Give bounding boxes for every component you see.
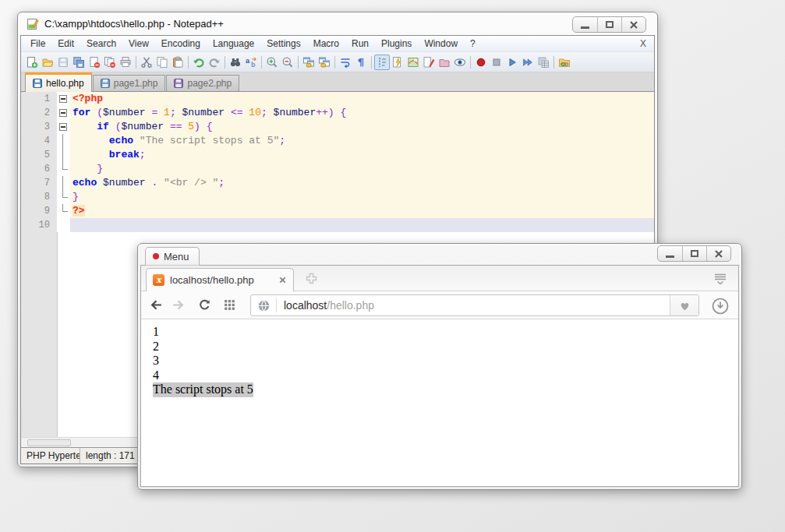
status-doc-type: PHP Hyperte — [21, 448, 80, 463]
open-file-icon[interactable] — [40, 55, 55, 70]
svg-text:a: a — [246, 57, 250, 65]
code-line[interactable]: 4 echo "The script stops at 5"; — [21, 134, 654, 148]
fold-marker-open[interactable] — [57, 106, 70, 120]
url-divider — [276, 298, 277, 312]
menu-item-view[interactable]: View — [122, 37, 155, 51]
function-list-icon[interactable] — [421, 55, 437, 70]
code-line[interactable]: 8} — [21, 190, 654, 204]
menu-item-encoding[interactable]: Encoding — [155, 37, 207, 51]
line-number: 7 — [21, 176, 57, 190]
url-path: /hello.php — [327, 299, 374, 312]
explorer-launch-icon[interactable] — [557, 55, 572, 70]
zoom-out-icon[interactable] — [280, 55, 295, 70]
opera-menu-button[interactable]: Menu — [145, 247, 200, 266]
show-all-characters-icon[interactable]: ¶ — [353, 55, 369, 70]
line-number: 5 — [21, 148, 57, 162]
macro-playback-icon[interactable] — [504, 55, 520, 70]
page-content[interactable]: 1234 The script stops at 5 — [141, 319, 738, 486]
speed-dial-icon[interactable] — [221, 297, 238, 314]
code-text: <?php — [70, 92, 654, 106]
new-file-icon[interactable] — [24, 55, 40, 70]
sync-vertical-scrolling-icon[interactable] — [301, 55, 316, 70]
reload-icon[interactable] — [196, 297, 213, 314]
notepad-app-icon — [27, 18, 39, 30]
tab-menu-icon[interactable] — [713, 273, 727, 285]
scrollbar-thumb[interactable] — [27, 439, 71, 446]
code-line[interactable]: 6 } — [21, 162, 654, 176]
bookmark-heart-button[interactable] — [670, 295, 698, 315]
tab-page2-php[interactable]: page2.php — [166, 75, 239, 91]
opera-window: Menu x localhost/hello.php — [137, 243, 742, 490]
undo-icon[interactable] — [191, 55, 207, 70]
menu-item-search[interactable]: Search — [80, 37, 122, 51]
output-line: 1 — [153, 325, 738, 340]
forward-icon[interactable] — [169, 297, 186, 314]
menu-item-file[interactable]: File — [24, 37, 51, 51]
minimize-button[interactable] — [573, 17, 597, 32]
macro-save-icon[interactable] — [536, 55, 551, 70]
browser-tab-localhost[interactable]: x localhost/hello.php — [146, 268, 294, 291]
menu-item-run[interactable]: Run — [345, 37, 375, 51]
document-map-icon[interactable] — [405, 55, 421, 70]
monitoring-eye-icon[interactable] — [452, 55, 468, 70]
paste-icon[interactable] — [170, 55, 186, 70]
close-button[interactable] — [621, 17, 645, 32]
save-all-icon[interactable] — [71, 55, 87, 70]
new-tab-icon[interactable] — [305, 272, 318, 285]
fold-marker-open[interactable] — [57, 92, 70, 106]
menu-item-macro[interactable]: Macro — [307, 37, 345, 51]
close-all-files-icon[interactable] — [102, 55, 118, 70]
tab-hello-php[interactable]: hello.php — [25, 72, 92, 92]
zoom-in-icon[interactable] — [264, 55, 280, 70]
maximize-button[interactable] — [597, 17, 621, 32]
notepad-titlebar[interactable]: C:\xampp\htdocs\hello.php - Notepad++ — [20, 12, 655, 35]
cut-icon[interactable] — [139, 55, 154, 70]
code-line[interactable]: 9?> — [21, 204, 654, 218]
replace-icon[interactable]: ab — [243, 55, 259, 70]
menubar-close-document-button[interactable]: X — [640, 38, 651, 49]
menu-item-plugins[interactable]: Plugins — [375, 37, 418, 51]
word-wrap-icon[interactable] — [338, 55, 353, 70]
fold-marker-line — [57, 134, 70, 148]
menu-item-window[interactable]: Window — [418, 37, 464, 51]
tab-page1-php[interactable]: page1.php — [93, 75, 166, 91]
code-line[interactable]: 5 break; — [21, 148, 654, 162]
back-icon[interactable] — [147, 297, 164, 314]
tab-close-icon[interactable] — [278, 276, 287, 284]
download-button[interactable] — [711, 297, 730, 315]
show-indent-guide-icon[interactable] — [374, 55, 390, 70]
code-line[interactable]: 3 if ($number == 5) { — [21, 120, 654, 134]
user-defined-language-icon[interactable] — [390, 55, 405, 70]
fold-marker-end — [57, 162, 70, 176]
fold-marker-open[interactable] — [57, 120, 70, 134]
code-line[interactable]: 10 — [21, 218, 654, 232]
toolbar-separator — [553, 56, 554, 69]
copy-icon[interactable] — [154, 55, 170, 70]
macro-record-icon[interactable] — [473, 55, 489, 70]
toolbar-separator — [298, 56, 299, 69]
print-icon[interactable] — [118, 55, 133, 70]
code-line[interactable]: 1<?php — [21, 92, 654, 106]
macro-run-multiple-icon[interactable] — [520, 55, 536, 70]
close-button[interactable] — [706, 246, 730, 261]
redo-icon[interactable] — [207, 55, 222, 70]
menu-item-language[interactable]: Language — [207, 37, 260, 51]
toolbar-separator — [371, 56, 372, 69]
opera-titlebar[interactable]: Menu — [140, 244, 739, 265]
code-line[interactable]: 2for ($number = 1; $number <= 10; $numbe… — [21, 106, 654, 120]
macro-stop-icon[interactable] — [489, 55, 504, 70]
menu-item-[interactable]: ? — [464, 37, 482, 51]
document-switcher-icon[interactable] — [437, 55, 452, 70]
maximize-button[interactable] — [682, 246, 706, 261]
address-bar[interactable]: localhost/hello.php — [250, 294, 699, 316]
save-file-icon[interactable] — [55, 55, 71, 70]
window-title: C:\xampp\htdocs\hello.php - Notepad++ — [44, 18, 224, 30]
menu-item-settings[interactable]: Settings — [260, 37, 306, 51]
menu-item-edit[interactable]: Edit — [51, 37, 80, 51]
xampp-favicon: x — [153, 274, 164, 286]
sync-horizontal-scrolling-icon[interactable] — [316, 55, 332, 70]
close-file-icon[interactable] — [87, 55, 102, 70]
code-line[interactable]: 7echo $number . "<br /> "; — [21, 176, 654, 190]
minimize-button[interactable] — [658, 246, 682, 261]
find-icon[interactable] — [228, 55, 243, 70]
